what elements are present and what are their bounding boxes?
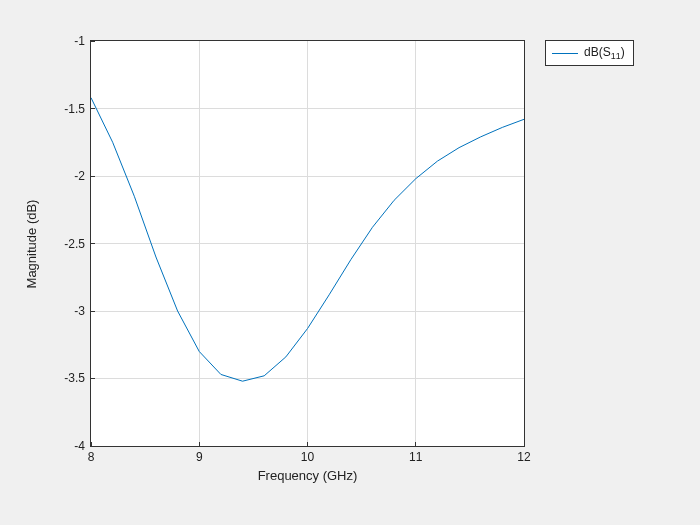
xtick: 12 bbox=[517, 450, 530, 464]
xtick: 11 bbox=[409, 450, 422, 464]
xtick: 10 bbox=[301, 450, 314, 464]
legend-entry: dB(S11) bbox=[552, 45, 625, 61]
ytick: -1.5 bbox=[64, 102, 85, 116]
gridlines bbox=[91, 41, 524, 446]
axes: 8 9 10 11 12 -4 -3.5 -3 -2.5 -2 -1.5 -1 … bbox=[90, 40, 525, 447]
x-axis-label: Frequency (GHz) bbox=[258, 468, 358, 483]
legend-swatch-icon bbox=[552, 53, 578, 54]
xtick: 8 bbox=[88, 450, 95, 464]
ytick: -3.5 bbox=[64, 371, 85, 385]
legend[interactable]: dB(S11) bbox=[545, 40, 634, 66]
figure: 8 9 10 11 12 -4 -3.5 -3 -2.5 -2 -1.5 -1 … bbox=[0, 0, 700, 525]
ytick: -3 bbox=[74, 304, 85, 318]
ytick: -2 bbox=[74, 169, 85, 183]
legend-label: dB(S11) bbox=[584, 45, 625, 61]
y-axis-label: Magnitude (dB) bbox=[24, 199, 39, 288]
xtick: 9 bbox=[196, 450, 203, 464]
axes-svg bbox=[91, 41, 524, 446]
ytick: -2.5 bbox=[64, 237, 85, 251]
ytick: -4 bbox=[74, 439, 85, 453]
ytick: -1 bbox=[74, 34, 85, 48]
